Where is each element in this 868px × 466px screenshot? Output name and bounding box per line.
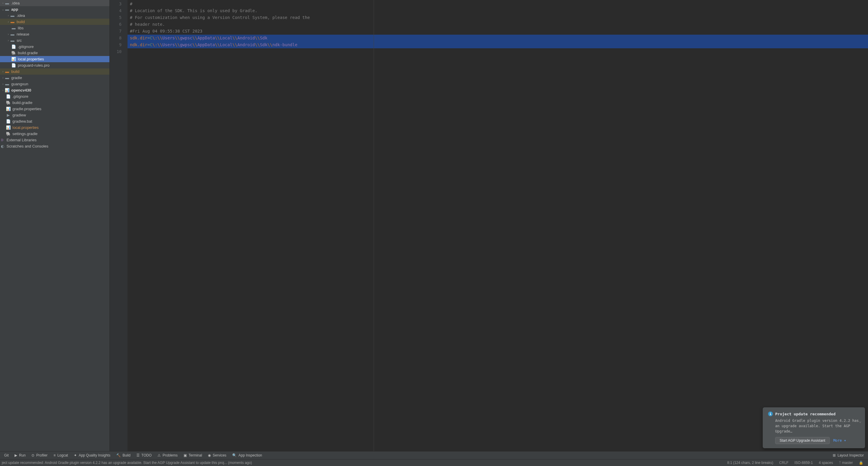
notification-popup: i Project update recommended Android Gra… — [763, 407, 865, 448]
more-link[interactable]: More ▾ — [833, 438, 846, 442]
file-icon: ▶ — [6, 113, 11, 118]
folder-icon: ▬ — [10, 32, 15, 37]
tree-item-buildgradle[interactable]: 🐘 build.gradle — [0, 100, 110, 106]
warning-icon: ⚠ — [157, 453, 161, 457]
tree-label: settings.gradle — [12, 132, 38, 136]
tree-item-opencv[interactable]: › 📊 opencv430 — [0, 87, 110, 93]
lock-icon[interactable]: 🔒 — [856, 461, 866, 465]
tree-item-guangxun[interactable]: › ▬ guangxun — [0, 81, 110, 87]
tree-item-app[interactable]: ⌄ ▬ app — [0, 6, 110, 12]
tree-item-app-proguard[interactable]: 📄 proguard-rules.pro — [0, 62, 110, 68]
code-editor[interactable]: 3 4 5 6 7 8 9 10 # # Location of the SDK… — [110, 0, 868, 451]
chevron-right-icon[interactable]: › — [1, 76, 5, 79]
tree-item-app-gitignore[interactable]: 📄 .gitignore — [0, 43, 110, 50]
line-ending[interactable]: CRLF — [776, 461, 792, 465]
tree-item-app-localprops[interactable]: 📊 local.properties — [0, 56, 110, 62]
tree-label: local.properties — [18, 57, 44, 61]
git-branch[interactable]: ᛘ master — [836, 461, 856, 465]
tree-item-app-src[interactable]: › ▬ src — [0, 37, 110, 43]
file-encoding[interactable]: ISO-8859-1 — [792, 461, 816, 465]
line-number: 9 — [110, 41, 127, 48]
panel-git[interactable]: Git — [2, 453, 11, 458]
code-text: # header note. — [130, 22, 165, 27]
tree-item-app-idea[interactable]: › ▬ .idea — [0, 12, 110, 19]
tree-label: External Libraries — [6, 138, 36, 142]
panel-run[interactable]: ▶Run — [12, 453, 28, 458]
chevron-right-icon[interactable]: › — [6, 39, 10, 42]
chevron-right-icon[interactable]: › — [1, 82, 5, 86]
panel-logcat[interactable]: ≡Logcat — [51, 453, 70, 458]
tree-label: .idea — [11, 1, 20, 5]
code-content[interactable]: # # Location of the SDK. This is only us… — [127, 0, 868, 451]
chevron-right-icon[interactable]: › — [1, 89, 5, 92]
panel-problems[interactable]: ⚠Problems — [155, 453, 180, 458]
tree-item-app-build[interactable]: › ▬ build — [0, 19, 110, 25]
chevron-right-icon[interactable]: › — [6, 20, 10, 24]
notification-body: Android Gradle plugin version 4.2.2 has … — [775, 418, 860, 434]
tree-item-app-libs[interactable]: ▬ libs — [0, 25, 110, 31]
panel-layout-inspector[interactable]: ⊞Layout Inspector — [830, 453, 866, 458]
status-bar: ject update recommended: Android Gradle … — [0, 459, 868, 466]
panel-todo[interactable]: ☰TODO — [134, 453, 154, 458]
properties-icon: 📊 — [11, 57, 16, 62]
panel-services[interactable]: ◉Services — [206, 453, 229, 458]
tree-item-gradlewbat[interactable]: 📄 gradlew.bat — [0, 118, 110, 125]
properties-icon: 📊 — [6, 107, 11, 111]
tree-item-gitignore[interactable]: 📄 .gitignore — [0, 93, 110, 100]
tree-label: opencv430 — [11, 88, 31, 93]
tree-item-localprops[interactable]: 📊 local.properties — [0, 125, 110, 131]
tree-label: libs — [18, 26, 24, 30]
chevron-right-icon[interactable]: › — [6, 14, 10, 17]
panel-build[interactable]: 🔨Build — [114, 453, 133, 458]
library-icon: ⊪ — [0, 138, 5, 142]
tree-item-idea[interactable]: › ▬ .idea — [0, 0, 110, 6]
folder-icon: ▬ — [11, 26, 16, 31]
panel-profiler[interactable]: ⊙Profiler — [29, 453, 50, 458]
chevron-right-icon[interactable]: › — [1, 70, 5, 73]
tree-label: build — [17, 20, 25, 24]
indent-setting[interactable]: 4 spaces — [816, 461, 836, 465]
tree-item-external-libs[interactable]: ⊪ External Libraries — [0, 137, 110, 143]
status-message[interactable]: ject update recommended: Android Gradle … — [2, 461, 724, 465]
code-text: # For customization when using a Version… — [130, 15, 310, 20]
code-line-selected: sdk.dir=C\:\\Users\\gwpsc\\AppData\\Loca… — [127, 35, 868, 41]
tree-item-app-buildgradle[interactable]: 🐘 build.gradle — [0, 50, 110, 56]
tree-item-settings[interactable]: 🐘 settings.gradle — [0, 131, 110, 137]
start-upgrade-button[interactable]: Start AGP Upgrade Assistant — [775, 437, 830, 444]
file-icon: 📄 — [11, 63, 16, 68]
chevron-down-icon[interactable]: ⌄ — [1, 8, 5, 11]
panel-inspection[interactable]: 🔍App Inspection — [230, 453, 264, 458]
tree-item-gradleprops[interactable]: 📊 gradle.properties — [0, 106, 110, 112]
tree-item-app-release[interactable]: › ▬ release — [0, 31, 110, 37]
folder-icon: ▬ — [10, 20, 15, 24]
panel-terminal[interactable]: ▣Terminal — [181, 453, 204, 458]
tree-label: proguard-rules.pro — [18, 63, 50, 68]
tree-label: build.gradle — [18, 51, 38, 55]
code-text: # Location of the SDK. This is only used… — [130, 8, 257, 13]
chevron-right-icon[interactable]: › — [1, 1, 5, 5]
properties-icon: 📊 — [6, 125, 11, 130]
module-icon: 📊 — [5, 88, 9, 93]
line-number: 6 — [110, 21, 127, 28]
insights-icon: ✦ — [74, 453, 77, 457]
code-line-selected: ndk.dir=C\:\\Users\\gwpsc\\AppData\\Loca… — [127, 41, 868, 48]
line-number: 3 — [110, 1, 127, 7]
profiler-icon: ⊙ — [31, 453, 34, 457]
tree-label: local.properties — [12, 125, 38, 130]
chevron-down-icon[interactable]: ⌄ — [859, 419, 862, 423]
cursor-position[interactable]: 8:1 (124 chars, 2 line breaks) — [724, 461, 776, 465]
tree-item-gradle[interactable]: › ▬ gradle — [0, 75, 110, 81]
panel-insights[interactable]: ✦App Quality Insights — [71, 453, 113, 458]
tree-label: build.gradle — [12, 100, 32, 105]
project-tree[interactable]: › ▬ .idea ⌄ ▬ app › ▬ .idea › ▬ build ▬ … — [0, 0, 110, 451]
tree-item-scratches[interactable]: ◐ Scratches and Consoles — [0, 143, 110, 149]
line-gutter[interactable]: 3 4 5 6 7 8 9 10 — [110, 0, 127, 451]
tree-label: release — [17, 32, 29, 36]
services-icon: ◉ — [208, 453, 211, 457]
tree-item-gradlew[interactable]: ▶ gradlew — [0, 112, 110, 118]
tree-label: .gitignore — [18, 44, 33, 49]
chevron-right-icon[interactable]: › — [6, 33, 10, 36]
layout-icon: ⊞ — [833, 453, 836, 457]
file-icon: 📄 — [11, 44, 16, 49]
tree-item-build[interactable]: › ▬ build — [0, 68, 110, 75]
